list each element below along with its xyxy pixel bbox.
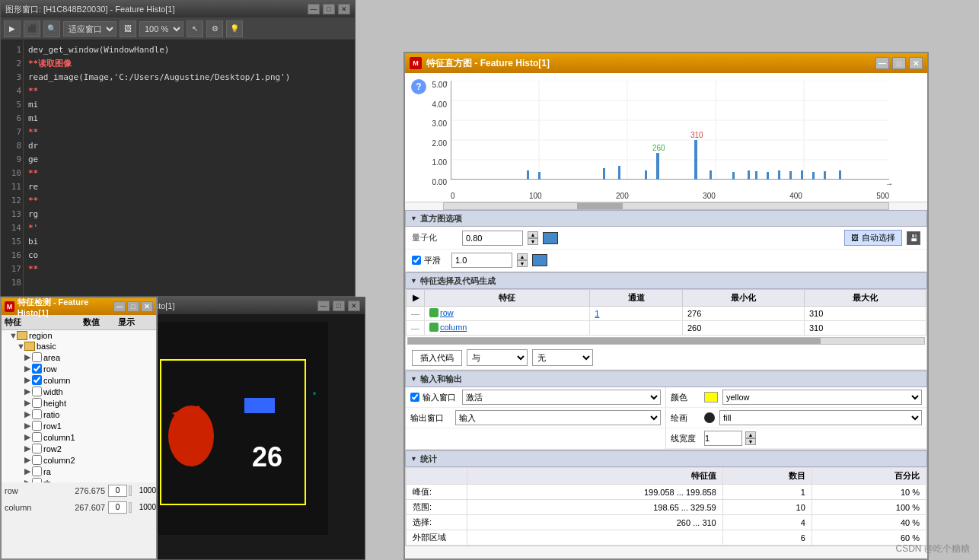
tree-item[interactable]: ▶column2 <box>2 454 156 466</box>
img-close-btn[interactable]: ✕ <box>348 301 360 311</box>
data-min-input[interactable] <box>108 501 127 514</box>
tree-expand-icon[interactable]: ▶ <box>24 409 32 419</box>
tree-expand-icon[interactable]: ▶ <box>24 352 32 362</box>
minus-icon[interactable]: — <box>411 323 419 332</box>
row-minus[interactable]: — <box>407 307 425 321</box>
histo-options-header[interactable]: ▼ 直方图选项 <box>405 210 927 227</box>
zoom-icon[interactable]: 🔍 <box>43 21 60 37</box>
tree-expand-icon[interactable]: ▶ <box>24 375 32 385</box>
tree-expand-icon[interactable]: ▼ <box>9 331 17 340</box>
tree-expand-icon[interactable]: ▶ <box>24 387 32 396</box>
no-select[interactable]: 无 <box>532 349 593 366</box>
smooth-down[interactable]: ▼ <box>517 260 528 267</box>
tree-item[interactable]: ▶ratio <box>2 409 156 420</box>
feature-close-btn[interactable]: ✕ <box>141 301 153 312</box>
histo-min-btn[interactable]: — <box>875 57 889 69</box>
tree-expand-icon[interactable]: ▶ <box>24 444 32 453</box>
tree-expand-icon[interactable]: ▶ <box>24 478 32 482</box>
tree-checkbox[interactable] <box>32 375 42 385</box>
minimize-btn[interactable]: — <box>308 4 320 14</box>
tree-checkbox[interactable] <box>32 352 42 362</box>
tree-expand-icon[interactable]: ▶ <box>24 455 32 465</box>
tree-expand-icon[interactable]: ▼ <box>17 342 24 351</box>
table-scrollbar-thumb[interactable] <box>408 338 821 344</box>
tree-item[interactable]: ▶row1 <box>2 420 156 431</box>
lw-up[interactable]: ▲ <box>745 431 756 438</box>
quantization-input[interactable] <box>462 231 523 246</box>
tree-item[interactable]: ▼basic <box>2 341 156 352</box>
histo-close-btn[interactable]: ✕ <box>909 57 923 69</box>
feature-max-btn[interactable]: □ <box>127 301 139 312</box>
feature-link[interactable]: column <box>440 323 467 332</box>
settings-icon[interactable]: ⚙ <box>206 21 223 37</box>
tree-expand-icon[interactable]: ▶ <box>24 432 32 442</box>
color-swatch-yellow[interactable] <box>704 392 718 402</box>
auto-select-button[interactable]: 🖼 自动选择 <box>844 230 902 246</box>
maximize-btn[interactable]: □ <box>323 4 335 14</box>
save-icon[interactable]: 💾 <box>907 231 920 245</box>
row-minus[interactable]: — <box>407 321 425 336</box>
quantization-up[interactable]: ▲ <box>528 231 538 238</box>
smooth-input[interactable] <box>451 253 512 268</box>
stop-icon[interactable]: ⬛ <box>24 21 40 37</box>
operator-select[interactable]: 与 <box>467 349 528 366</box>
zoom-percent-dropdown[interactable]: 100 % <box>139 21 183 37</box>
linewidth-input[interactable] <box>704 431 742 446</box>
paint-select[interactable]: fill <box>719 410 922 425</box>
tree-expand-icon[interactable]: ▶ <box>24 466 32 476</box>
tree-item[interactable]: ▶column1 <box>2 431 156 443</box>
smooth-up[interactable]: ▲ <box>517 253 528 260</box>
minus-icon[interactable]: — <box>411 309 419 318</box>
tree-checkbox[interactable] <box>32 478 42 482</box>
quantization-color-swatch[interactable] <box>543 232 558 244</box>
tree-item[interactable]: ▶column <box>2 374 156 386</box>
tree-checkbox[interactable] <box>32 398 42 408</box>
smooth-color-swatch[interactable] <box>532 254 547 266</box>
tree-item[interactable]: ▶ra <box>2 466 156 477</box>
cursor-icon[interactable]: ↖ <box>187 21 203 37</box>
histo-restore-btn[interactable]: □ <box>892 57 906 69</box>
tree-checkbox[interactable] <box>32 432 42 442</box>
image-icon[interactable]: 🖼 <box>120 21 136 37</box>
tree-item[interactable]: ▶row <box>2 363 156 374</box>
feature-link[interactable]: row <box>440 308 454 317</box>
feature-min-btn[interactable]: — <box>113 301 126 312</box>
lw-down[interactable]: ▼ <box>745 438 756 445</box>
tree-expand-icon[interactable]: ▶ <box>24 364 32 374</box>
tree-checkbox[interactable] <box>32 466 42 476</box>
bulb-icon[interactable]: 💡 <box>226 21 243 37</box>
tree-item[interactable]: ▶width <box>2 386 156 397</box>
tree-checkbox[interactable] <box>32 421 42 431</box>
tree-item[interactable]: ▶height <box>2 397 156 409</box>
input-window-checkbox[interactable] <box>410 393 419 402</box>
histo-scroll-x[interactable] <box>443 202 889 210</box>
tree-item[interactable]: ▶area <box>2 352 156 363</box>
img-max-btn[interactable]: □ <box>333 301 345 311</box>
io-header[interactable]: ▼ 输入和输出 <box>405 371 927 387</box>
run-icon[interactable]: ▶ <box>4 21 21 37</box>
output-window-select[interactable]: 输入 <box>455 410 661 425</box>
tree-checkbox[interactable] <box>32 455 42 465</box>
tree-checkbox[interactable] <box>32 387 42 396</box>
insert-code-button[interactable]: 插入代码 <box>412 350 462 366</box>
quantization-down[interactable]: ▼ <box>528 238 538 245</box>
tree-checkbox[interactable] <box>32 364 42 374</box>
tree-checkbox[interactable] <box>32 444 42 453</box>
feature-select-header[interactable]: ▼ 特征选择及代码生成 <box>405 272 927 289</box>
tree-item[interactable]: ▶row2 <box>2 443 156 454</box>
color-select[interactable]: yellow <box>722 390 922 405</box>
input-window-select[interactable]: 激活 <box>462 390 661 405</box>
smooth-checkbox[interactable] <box>412 256 421 265</box>
data-min-input[interactable] <box>108 485 127 497</box>
stats-header[interactable]: ▼ 统计 <box>405 450 927 467</box>
close-btn[interactable]: ✕ <box>338 4 350 14</box>
tree-item[interactable]: ▶rb <box>2 477 156 482</box>
tree-checkbox[interactable] <box>32 409 42 419</box>
row-channel[interactable]: 1 <box>590 307 683 321</box>
table-scrollbar[interactable] <box>407 337 925 345</box>
tree-item[interactable]: ▼region <box>2 330 156 341</box>
zoom-fit-dropdown[interactable]: 适应窗口 <box>63 21 116 37</box>
tree-expand-icon[interactable]: ▶ <box>24 421 32 431</box>
histo-scroll-thumb[interactable] <box>577 203 623 209</box>
tree-expand-icon[interactable]: ▶ <box>24 398 32 408</box>
